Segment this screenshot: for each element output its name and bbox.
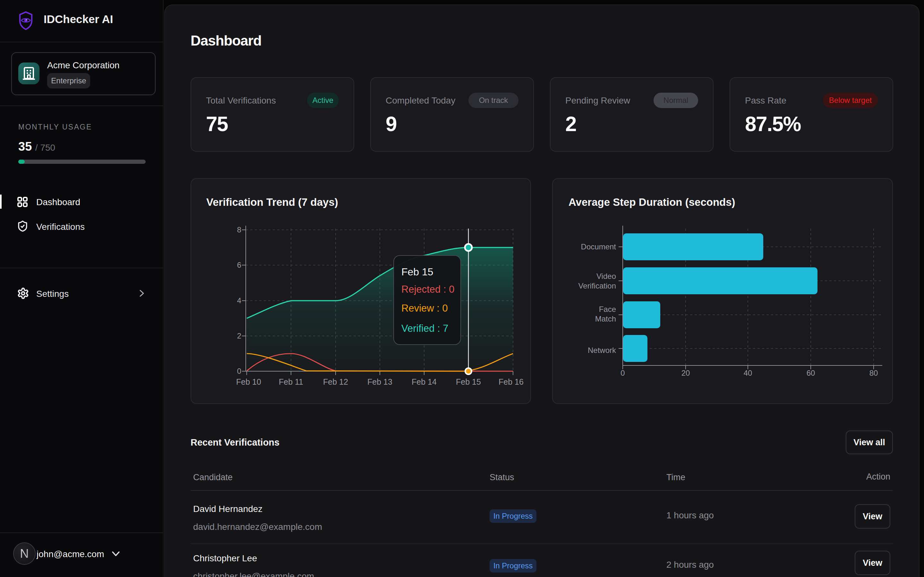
svg-text:0: 0 xyxy=(237,367,241,376)
svg-text:Match: Match xyxy=(595,314,616,323)
svg-text:Feb 10: Feb 10 xyxy=(236,377,261,386)
svg-text:Network: Network xyxy=(588,346,616,355)
svg-text:Feb 14: Feb 14 xyxy=(412,377,437,386)
svg-text:0: 0 xyxy=(620,369,625,377)
svg-text:Feb 16: Feb 16 xyxy=(499,377,523,386)
svg-text:80: 80 xyxy=(869,369,878,377)
svg-text:6: 6 xyxy=(237,261,241,269)
svg-text:Document: Document xyxy=(581,242,616,251)
svg-text:4: 4 xyxy=(237,296,241,305)
svg-text:Video: Video xyxy=(596,272,616,280)
svg-text:Verification: Verification xyxy=(578,282,616,290)
svg-text:8: 8 xyxy=(237,226,241,234)
svg-text:Feb 15: Feb 15 xyxy=(456,377,481,386)
svg-text:Feb 13: Feb 13 xyxy=(367,377,393,386)
svg-text:40: 40 xyxy=(744,369,752,377)
svg-text:2: 2 xyxy=(237,332,241,340)
svg-text:Feb 12: Feb 12 xyxy=(323,377,348,386)
svg-text:Face: Face xyxy=(599,305,616,314)
svg-text:20: 20 xyxy=(682,369,690,377)
svg-text:60: 60 xyxy=(806,369,815,377)
svg-text:Feb 11: Feb 11 xyxy=(279,377,303,386)
